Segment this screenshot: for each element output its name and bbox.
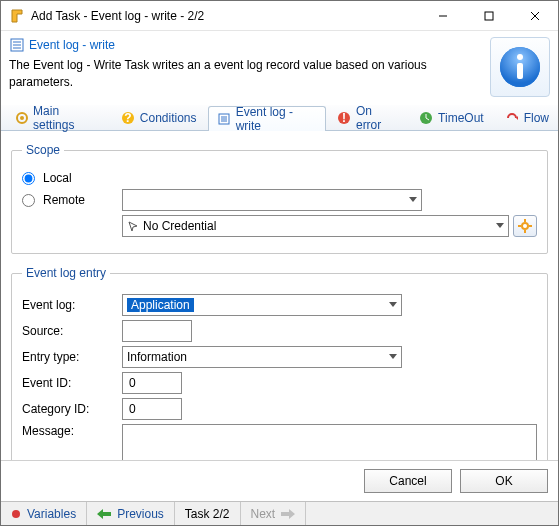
status-task-label: Task 2/2	[185, 507, 230, 521]
cancel-label: Cancel	[389, 474, 426, 488]
titlebar: Add Task - Event log - write - 2/2	[1, 1, 558, 31]
entrytype-value: Information	[127, 350, 187, 364]
header-description: The Event log - Write Task writes an a e…	[9, 57, 429, 91]
status-variables-label: Variables	[27, 507, 76, 521]
categoryid-row: Category ID:	[22, 398, 537, 420]
gear-icon	[14, 110, 29, 126]
svg-point-10	[517, 54, 523, 60]
tab-main-settings[interactable]: Main settings	[5, 105, 109, 130]
entry-group: Event log entry Event log: Application S…	[11, 266, 548, 460]
source-input[interactable]	[122, 320, 192, 342]
radio-local[interactable]: Local	[22, 171, 72, 185]
arrow-right-icon	[281, 509, 295, 519]
variables-icon	[11, 509, 21, 519]
scope-legend: Scope	[22, 143, 64, 157]
credential-value: No Credential	[143, 219, 216, 233]
svg-text:!: !	[342, 111, 346, 125]
eventid-label: Event ID:	[22, 376, 122, 390]
status-previous-label: Previous	[117, 507, 164, 521]
tab-on-error[interactable]: ! On error	[328, 105, 407, 130]
entrytype-row: Entry type: Information	[22, 346, 537, 368]
flow-icon	[504, 110, 520, 126]
info-icon	[490, 37, 550, 97]
svg-text:?: ?	[124, 111, 131, 125]
svg-rect-28	[524, 230, 526, 233]
tab-label: TimeOut	[438, 111, 484, 125]
eventlog-value: Application	[127, 298, 194, 312]
categoryid-label: Category ID:	[22, 402, 122, 416]
gear-color-icon	[518, 219, 532, 233]
footer-buttons: Cancel OK	[1, 460, 558, 493]
status-variables[interactable]: Variables	[1, 502, 87, 525]
message-row: Message:	[22, 424, 537, 460]
scope-group: Scope Local Remote	[11, 143, 548, 254]
tab-label: Flow	[524, 111, 549, 125]
chevron-down-icon	[383, 354, 397, 360]
status-task: Task 2/2	[175, 502, 241, 525]
tab-label: Main settings	[33, 104, 100, 132]
minimize-button[interactable]	[420, 1, 466, 31]
dialog-window: Add Task - Event log - write - 2/2 Event…	[0, 0, 559, 526]
status-next[interactable]: Next	[241, 502, 307, 525]
radio-remote[interactable]: Remote	[22, 193, 122, 207]
entrytype-label: Entry type:	[22, 350, 122, 364]
message-input[interactable]	[122, 424, 537, 460]
svg-rect-29	[518, 225, 521, 227]
tab-timeout[interactable]: TimeOut	[409, 105, 493, 130]
radio-remote-label: Remote	[43, 193, 85, 207]
eventid-input[interactable]	[122, 372, 182, 394]
radio-local-input[interactable]	[22, 172, 35, 185]
scope-remote-row: Remote	[22, 189, 537, 211]
error-icon: !	[337, 110, 352, 126]
chevron-down-icon	[383, 302, 397, 308]
event-log-icon	[9, 37, 25, 53]
svg-rect-1	[485, 12, 493, 20]
tab-content: Scope Local Remote	[1, 131, 558, 460]
tab-label: On error	[356, 104, 398, 132]
credential-combo[interactable]: No Credential	[122, 215, 509, 237]
status-previous[interactable]: Previous	[87, 502, 175, 525]
svg-point-13	[20, 116, 24, 120]
header-title-row: Event log - write	[9, 37, 490, 53]
source-input-field[interactable]	[127, 321, 187, 341]
window-title: Add Task - Event log - write - 2/2	[31, 9, 420, 23]
maximize-button[interactable]	[466, 1, 512, 31]
clock-icon	[418, 110, 434, 126]
header-title: Event log - write	[29, 38, 115, 52]
message-label: Message:	[22, 424, 122, 438]
status-next-label: Next	[251, 507, 276, 521]
ok-button[interactable]: OK	[460, 469, 548, 493]
source-label: Source:	[22, 324, 122, 338]
remote-host-combo[interactable]	[122, 189, 422, 211]
app-icon	[9, 8, 25, 24]
entry-legend: Event log entry	[22, 266, 110, 280]
cancel-button[interactable]: Cancel	[364, 469, 452, 493]
eventid-input-field[interactable]	[127, 373, 177, 393]
pointer-icon	[127, 220, 139, 232]
categoryid-input[interactable]	[122, 398, 182, 420]
question-icon: ?	[120, 110, 136, 126]
credential-row: No Credential	[22, 215, 537, 237]
scope-local-row: Local	[22, 171, 537, 185]
arrow-left-icon	[97, 509, 111, 519]
svg-rect-30	[529, 225, 532, 227]
header: Event log - write The Event log - Write …	[1, 31, 558, 105]
eventlog-label: Event log:	[22, 298, 122, 312]
tab-flow[interactable]: Flow	[495, 105, 558, 130]
chevron-down-icon	[490, 223, 504, 229]
header-left: Event log - write The Event log - Write …	[9, 37, 490, 97]
tab-conditions[interactable]: ? Conditions	[111, 105, 206, 130]
chevron-down-icon	[403, 197, 417, 203]
source-row: Source:	[22, 320, 537, 342]
categoryid-input-field[interactable]	[127, 399, 177, 419]
tab-event-log-write[interactable]: Event log - write	[208, 106, 326, 131]
credential-settings-button[interactable]	[513, 215, 537, 237]
tab-strip: Main settings ? Conditions Event log - w…	[1, 105, 558, 131]
eventid-row: Event ID:	[22, 372, 537, 394]
ok-label: OK	[495, 474, 512, 488]
radio-remote-input[interactable]	[22, 194, 35, 207]
eventlog-combo[interactable]: Application	[122, 294, 402, 316]
entrytype-combo[interactable]: Information	[122, 346, 402, 368]
close-button[interactable]	[512, 1, 558, 31]
status-bar: Variables Previous Task 2/2 Next	[1, 501, 558, 525]
